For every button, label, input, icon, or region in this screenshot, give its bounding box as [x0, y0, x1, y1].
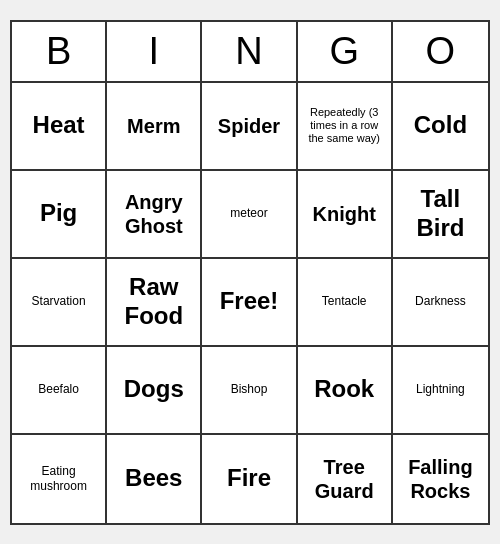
bingo-card: BINGO HeatMermSpiderRepeatedly (3 times … — [10, 20, 490, 525]
cell-r0-c1: Merm — [107, 83, 202, 171]
cell-r4-c1: Bees — [107, 435, 202, 523]
cell-label: Cold — [414, 111, 467, 140]
cell-label: Knight — [313, 202, 376, 226]
cell-r4-c3: Tree Guard — [298, 435, 393, 523]
cell-r4-c4: Falling Rocks — [393, 435, 488, 523]
cell-label: Rook — [314, 375, 374, 404]
cell-label: Darkness — [415, 294, 466, 308]
cell-label: Lightning — [416, 382, 465, 396]
cell-label: Raw Food — [111, 273, 196, 331]
cell-label: Bees — [125, 464, 182, 493]
cell-r0-c2: Spider — [202, 83, 297, 171]
cell-r0-c3: Repeatedly (3 times in a row the same wa… — [298, 83, 393, 171]
cell-r3-c2: Bishop — [202, 347, 297, 435]
cell-label: meteor — [230, 206, 267, 220]
bingo-grid: HeatMermSpiderRepeatedly (3 times in a r… — [12, 83, 488, 523]
cell-label: Free! — [220, 287, 279, 316]
cell-label: Falling Rocks — [397, 455, 484, 503]
cell-r0-c0: Heat — [12, 83, 107, 171]
header-letter: O — [393, 22, 488, 81]
cell-r3-c1: Dogs — [107, 347, 202, 435]
cell-label: Heat — [33, 111, 85, 140]
header-letter: I — [107, 22, 202, 81]
cell-r2-c0: Starvation — [12, 259, 107, 347]
cell-label: Bishop — [231, 382, 268, 396]
cell-r0-c4: Cold — [393, 83, 488, 171]
cell-label: Beefalo — [38, 382, 79, 396]
cell-r1-c4: Tall Bird — [393, 171, 488, 259]
cell-label: Dogs — [124, 375, 184, 404]
cell-r3-c0: Beefalo — [12, 347, 107, 435]
cell-label: Pig — [40, 199, 77, 228]
bingo-header: BINGO — [12, 22, 488, 83]
header-letter: N — [202, 22, 297, 81]
cell-label: Angry Ghost — [111, 190, 196, 238]
cell-r1-c2: meteor — [202, 171, 297, 259]
cell-label: Eating mushroom — [16, 464, 101, 493]
cell-label: Spider — [218, 114, 280, 138]
cell-r1-c1: Angry Ghost — [107, 171, 202, 259]
cell-r3-c4: Lightning — [393, 347, 488, 435]
cell-r2-c2: Free! — [202, 259, 297, 347]
cell-label: Tentacle — [322, 294, 367, 308]
cell-r2-c3: Tentacle — [298, 259, 393, 347]
cell-r4-c2: Fire — [202, 435, 297, 523]
cell-label: Fire — [227, 464, 271, 493]
cell-label: Repeatedly (3 times in a row the same wa… — [302, 106, 387, 146]
cell-label: Starvation — [32, 294, 86, 308]
header-letter: B — [12, 22, 107, 81]
cell-r2-c4: Darkness — [393, 259, 488, 347]
header-letter: G — [298, 22, 393, 81]
cell-r1-c0: Pig — [12, 171, 107, 259]
cell-label: Tall Bird — [397, 185, 484, 243]
cell-label: Tree Guard — [302, 455, 387, 503]
cell-r4-c0: Eating mushroom — [12, 435, 107, 523]
cell-r2-c1: Raw Food — [107, 259, 202, 347]
cell-r3-c3: Rook — [298, 347, 393, 435]
cell-r1-c3: Knight — [298, 171, 393, 259]
cell-label: Merm — [127, 114, 180, 138]
